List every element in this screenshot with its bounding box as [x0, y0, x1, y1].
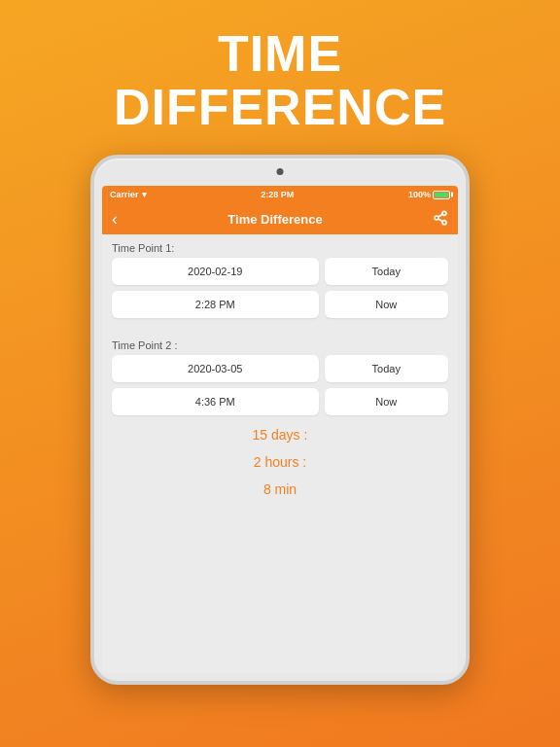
status-right: 100% [408, 190, 450, 199]
carrier-label: Carrier [110, 190, 139, 199]
time-point-1-time-row: 2:28 PM Now [102, 291, 458, 324]
status-bar: Carrier ▾ 2:28 PM 100% [102, 186, 458, 203]
status-time: 2:28 PM [261, 190, 294, 199]
svg-line-4 [438, 214, 443, 217]
result-area: 15 days : 2 hours : 8 min [102, 421, 458, 522]
battery-percent: 100% [408, 190, 431, 199]
bottom-bar [102, 665, 458, 673]
tp2-date-input[interactable]: 2020-03-05 [112, 355, 319, 382]
time-point-1-date-row: 2020-02-19 Today [102, 258, 458, 291]
tp1-date-input[interactable]: 2020-02-19 [112, 258, 319, 285]
battery-fill [435, 193, 448, 197]
nav-bar: ‹ Time Difference [102, 203, 458, 234]
tp1-time-input[interactable]: 2:28 PM [112, 291, 319, 318]
tp2-time-input[interactable]: 4:36 PM [112, 388, 319, 415]
title-line2: DIFFERENCE [114, 79, 446, 135]
ios-screen: Carrier ▾ 2:28 PM 100% ‹ Time Difference [102, 186, 458, 673]
share-button[interactable] [433, 210, 448, 229]
wifi-icon: ▾ [142, 190, 147, 199]
tp2-now-button[interactable]: Now [325, 388, 449, 415]
time-point-2-time-row: 4:36 PM Now [102, 388, 458, 421]
tp2-today-button[interactable]: Today [325, 355, 449, 382]
battery-icon [433, 191, 450, 199]
result-hours: 2 hours : [254, 448, 306, 476]
result-minutes: 8 min [263, 476, 297, 503]
time-point-2-label: Time Point 2 : [102, 332, 458, 355]
nav-title: Time Difference [228, 212, 322, 227]
tp1-now-button[interactable]: Now [325, 291, 449, 318]
ipad-frame: Carrier ▾ 2:28 PM 100% ‹ Time Difference [90, 155, 470, 685]
app-title: TIME DIFFERENCE [114, 27, 446, 133]
tp1-today-button[interactable]: Today [325, 258, 449, 285]
battery-bar [433, 191, 450, 199]
back-button[interactable]: ‹ [112, 209, 118, 230]
title-line1: TIME [218, 25, 342, 82]
result-days: 15 days : [253, 421, 308, 448]
main-content: Time Point 1: 2020-02-19 Today 2:28 PM N… [102, 234, 458, 665]
status-left: Carrier ▾ [110, 190, 147, 199]
section-divider [102, 324, 458, 332]
time-point-2-date-row: 2020-03-05 Today [102, 355, 458, 388]
time-point-1-label: Time Point 1: [102, 234, 458, 258]
svg-line-3 [438, 219, 443, 222]
